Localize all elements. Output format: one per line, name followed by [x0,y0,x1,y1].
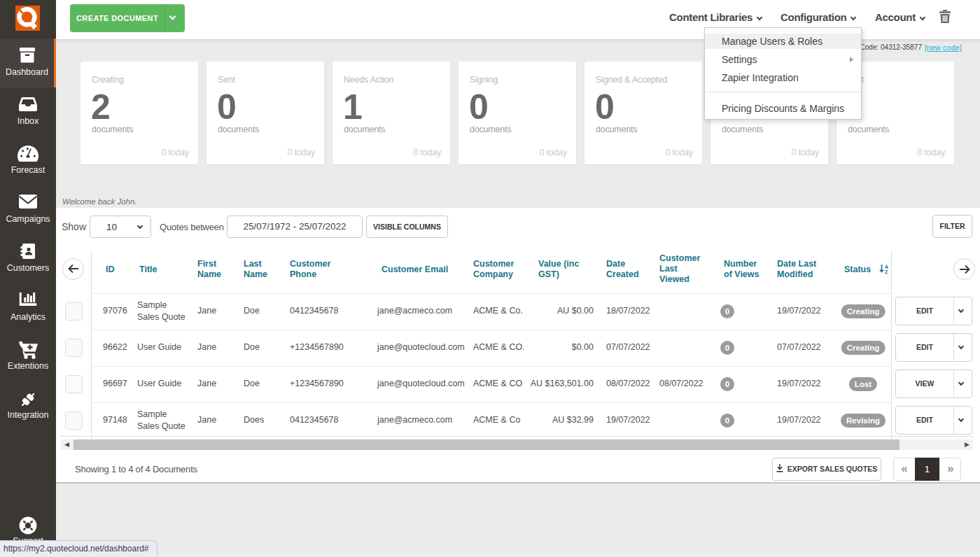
svg-text:A: A [885,265,888,269]
svg-text:Z: Z [885,269,888,274]
